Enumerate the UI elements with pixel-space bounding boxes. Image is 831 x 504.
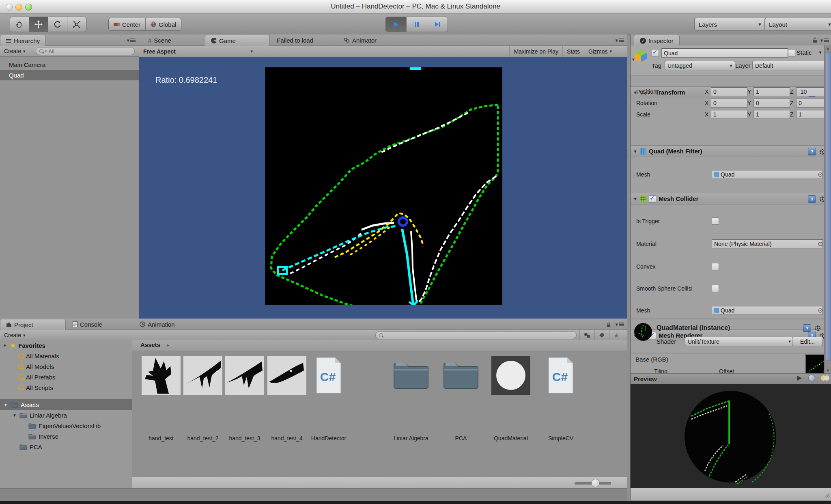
preview-header[interactable]: Preview bbox=[631, 373, 831, 385]
hierarchy-search-input[interactable]: ▾ All bbox=[36, 47, 135, 55]
layer-popup[interactable]: Default▲▼ bbox=[752, 61, 830, 70]
object-picker-icon[interactable]: ⊙ bbox=[818, 171, 823, 178]
space-global-button[interactable]: Global bbox=[146, 18, 181, 30]
preview-lighting-icon[interactable] bbox=[821, 375, 830, 381]
active-checkbox[interactable] bbox=[652, 49, 659, 56]
tree-item-pca[interactable]: PCA bbox=[0, 442, 132, 452]
asset-pca[interactable]: PCA bbox=[441, 356, 481, 443]
tag-popup[interactable]: Untagged▲▼ bbox=[665, 61, 735, 70]
scale-x-field[interactable]: 1 bbox=[711, 110, 747, 119]
title-bar[interactable]: Untitled – HandDetector – PC, Mac & Linu… bbox=[0, 0, 831, 14]
gear-icon[interactable] bbox=[814, 325, 821, 332]
search-by-type-button[interactable] bbox=[579, 330, 594, 340]
asset-hand-test-2[interactable]: hand_test_2 bbox=[183, 356, 223, 443]
preview-sphere-icon[interactable] bbox=[808, 375, 815, 381]
asset-hand-test-4[interactable]: hand_test_4 bbox=[267, 356, 307, 443]
tab-animation[interactable]: Animation bbox=[134, 319, 181, 330]
pan-tool-button[interactable] bbox=[10, 17, 29, 32]
gizmos-dropdown[interactable]: Gizmos▾ bbox=[584, 46, 616, 57]
lock-icon[interactable] bbox=[813, 37, 818, 45]
rotate-tool-button[interactable] bbox=[48, 17, 67, 32]
zoom-slider-thumb[interactable] bbox=[591, 479, 600, 487]
hierarchy-item-quad[interactable]: Quad bbox=[0, 70, 139, 80]
project-search-input[interactable] bbox=[375, 331, 577, 339]
tab-scene[interactable]: # Scene bbox=[142, 35, 177, 45]
asset-simplecv[interactable]: C# SimpleCV bbox=[540, 356, 581, 443]
favorites-filter-button[interactable]: ★ bbox=[609, 330, 623, 340]
tree-item-assets[interactable]: ▼ Assets bbox=[0, 399, 132, 410]
pause-button[interactable] bbox=[407, 17, 427, 32]
asset-handdetector[interactable]: C# HandDetector bbox=[308, 356, 349, 443]
asset-liniar-algebra[interactable]: Liniar Algebra bbox=[391, 356, 431, 443]
move-tool-button[interactable] bbox=[29, 17, 48, 32]
breadcrumb[interactable]: Assets bbox=[140, 341, 160, 348]
collider-mesh-field[interactable]: Quad bbox=[712, 306, 823, 315]
asset-hand-test-3[interactable]: hand_test_3 bbox=[224, 356, 265, 443]
scale-y-field[interactable]: 1 bbox=[753, 110, 790, 119]
object-picker-icon[interactable]: ⊙ bbox=[818, 240, 823, 248]
rotation-y-field[interactable]: 0 bbox=[753, 99, 790, 108]
tree-item-eigenvaluesvectorslib[interactable]: EigenValuesVectorsLib bbox=[0, 420, 132, 431]
help-icon[interactable]: ? bbox=[808, 148, 816, 155]
position-y-field[interactable]: 1 bbox=[753, 87, 790, 96]
favorite-all-scripts[interactable]: All Scripts bbox=[0, 382, 132, 393]
tab-failed-to-load[interactable]: Failed to load bbox=[271, 35, 319, 45]
position-x-field[interactable]: 0 bbox=[711, 87, 747, 96]
step-button[interactable] bbox=[427, 17, 448, 32]
collider-enabled-checkbox[interactable] bbox=[649, 195, 656, 202]
maximize-on-play-button[interactable]: Maximize on Play bbox=[509, 46, 562, 57]
asset-hand-test[interactable]: hand_test bbox=[141, 356, 181, 443]
layout-dropdown[interactable]: Layout▼ bbox=[764, 18, 831, 31]
hierarchy-create-button[interactable]: Create▾ bbox=[0, 46, 30, 56]
inspector-panel-menu[interactable]: ▾ bbox=[820, 37, 829, 43]
hierarchy-panel-menu[interactable]: ▾ bbox=[127, 37, 136, 43]
mesh-collider-header[interactable]: ▼ Mesh Collider ? bbox=[631, 193, 829, 205]
favorite-all-prefabs[interactable]: All Prefabs bbox=[0, 372, 132, 382]
tab-project[interactable]: Project bbox=[0, 319, 66, 330]
tab-animator[interactable]: Animator bbox=[338, 35, 382, 45]
static-checkbox[interactable] bbox=[788, 49, 795, 56]
is-trigger-checkbox[interactable] bbox=[712, 218, 719, 225]
help-icon[interactable]: ? bbox=[803, 324, 811, 332]
mesh-filter-header[interactable]: ▼ Quad (Mesh Filter) ? bbox=[631, 145, 829, 157]
convex-checkbox[interactable] bbox=[712, 263, 719, 270]
tab-game[interactable]: Game bbox=[205, 35, 270, 46]
game-viewport[interactable]: Ratio: 0.6982241 bbox=[139, 57, 627, 319]
stats-button[interactable]: Stats bbox=[562, 46, 584, 57]
tab-inspector[interactable]: i Inspector bbox=[634, 35, 680, 46]
hierarchy-item-main-camera[interactable]: Main Camera bbox=[0, 59, 139, 70]
tree-item-liniar-algebra[interactable]: ▼ Liniar Algebra bbox=[0, 410, 132, 420]
shader-dropdown[interactable]: Unlit/Texture▾ bbox=[685, 337, 794, 346]
mesh-object-field[interactable]: Quad bbox=[712, 170, 823, 179]
preview-play-icon[interactable] bbox=[796, 375, 803, 381]
shader-edit-button[interactable]: Edit... bbox=[792, 337, 823, 346]
expand-caret[interactable]: ▾ bbox=[632, 57, 635, 62]
physic-material-field[interactable]: None (Physic Material) bbox=[712, 239, 823, 248]
help-icon[interactable]: ? bbox=[808, 195, 816, 203]
scale-tool-button[interactable] bbox=[67, 17, 86, 32]
preview-resize-strip[interactable] bbox=[631, 488, 831, 500]
static-dropdown-caret[interactable]: ▼ bbox=[818, 50, 822, 55]
project-panel-menu[interactable]: ▾ bbox=[615, 321, 624, 327]
asset-quadmaterial[interactable]: QuadMaterial bbox=[491, 356, 531, 443]
tab-console[interactable]: Console bbox=[67, 319, 108, 330]
favorite-all-materials[interactable]: All Materials bbox=[0, 351, 132, 361]
favorite-all-models[interactable]: All Models bbox=[0, 361, 132, 372]
inspector-scrollbar[interactable]: ▲ ▼ bbox=[824, 45, 831, 373]
search-by-label-button[interactable] bbox=[594, 330, 609, 340]
layers-dropdown[interactable]: Layers▼ bbox=[694, 18, 766, 31]
project-create-button[interactable]: Create▾ bbox=[0, 330, 30, 340]
lock-icon[interactable] bbox=[607, 322, 611, 329]
tab-hierarchy[interactable]: Hierarchy bbox=[0, 35, 46, 46]
scroll-up-arrow[interactable]: ▲ bbox=[826, 46, 830, 50]
aspect-dropdown[interactable]: Free Aspect▾ bbox=[139, 46, 257, 57]
smooth-sphere-checkbox[interactable] bbox=[712, 285, 719, 292]
preview-viewport[interactable] bbox=[631, 384, 831, 488]
resize-grip-icon[interactable] bbox=[823, 491, 830, 498]
tree-item-inverse[interactable]: Inverse bbox=[0, 431, 132, 442]
scroll-down-arrow[interactable]: ▼ bbox=[826, 368, 830, 373]
play-button[interactable] bbox=[386, 17, 407, 32]
pivot-center-button[interactable]: Center bbox=[109, 18, 146, 30]
game-panel-menu[interactable]: ▾ bbox=[615, 37, 624, 43]
rotation-x-field[interactable]: 0 bbox=[711, 99, 747, 108]
